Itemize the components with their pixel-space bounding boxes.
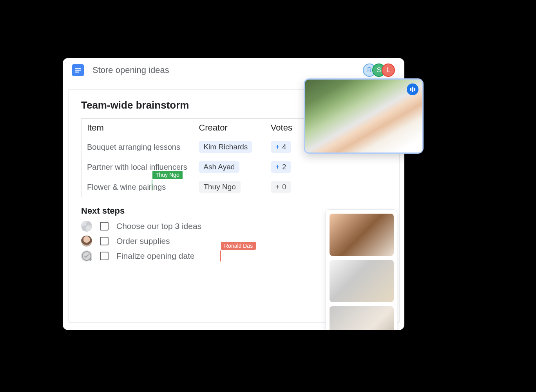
- col-creator: Creator: [193, 119, 265, 137]
- vote-chip[interactable]: +0: [271, 181, 291, 193]
- assignee-avatar[interactable]: [81, 236, 92, 247]
- collaborator-avatars: R S L: [363, 64, 395, 77]
- cell-creator: Ash Ayad: [193, 157, 265, 177]
- active-speaker-tile[interactable]: [304, 78, 424, 154]
- task-checkbox[interactable]: [100, 237, 109, 245]
- cell-item[interactable]: Flower & wine pairings Thuy Ngo: [81, 177, 193, 197]
- svg-point-6: [86, 225, 91, 231]
- task-checkbox[interactable]: [100, 222, 109, 230]
- plus-icon: +: [275, 143, 280, 151]
- task-label[interactable]: Order supplies: [116, 236, 170, 246]
- cell-votes: +2: [265, 157, 309, 177]
- creator-chip[interactable]: Ash Ayad: [199, 161, 239, 173]
- plus-icon: +: [275, 163, 280, 171]
- table-header-row: Item Creator Votes: [81, 119, 309, 137]
- ideas-table: Item Creator Votes Bouquet arranging les…: [81, 118, 309, 197]
- assign-task-icon[interactable]: [81, 250, 92, 261]
- speaking-indicator-icon: [407, 83, 418, 95]
- table-row: Partner with local influencers Ash Ayad …: [81, 157, 309, 177]
- svg-rect-2: [75, 71, 79, 72]
- cell-creator: Kim Richards: [193, 137, 265, 157]
- participant-tile[interactable]: [330, 260, 394, 302]
- col-votes: Votes: [265, 119, 309, 137]
- vote-count: 0: [282, 183, 286, 191]
- svg-rect-0: [75, 68, 81, 69]
- cell-votes: +4: [265, 137, 309, 157]
- task-checkbox[interactable]: [100, 252, 109, 260]
- cell-item-text: Flower & wine pairings: [87, 183, 166, 191]
- vote-chip[interactable]: +4: [271, 141, 291, 153]
- collaborator-avatar-l[interactable]: L: [382, 64, 395, 77]
- doc-title[interactable]: Store opening ideas: [92, 65, 363, 75]
- creator-chip[interactable]: Thuy Ngo: [199, 181, 240, 193]
- vote-count: 2: [282, 163, 286, 171]
- table-row: Bouquet arranging lessons Kim Richards +…: [81, 137, 309, 157]
- task-label[interactable]: Finalize opening date: [116, 251, 195, 261]
- plus-icon: +: [275, 183, 280, 191]
- creator-chip[interactable]: Kim Richards: [199, 141, 252, 153]
- participant-tile[interactable]: [330, 306, 394, 330]
- cell-creator: Thuy Ngo: [193, 177, 265, 197]
- vote-count: 4: [282, 143, 286, 151]
- table-row: Flower & wine pairings Thuy Ngo Thuy Ngo…: [81, 177, 309, 197]
- live-cursor-tag-ronald: Ronald Das: [221, 242, 256, 250]
- live-cursor-tag-thuy: Thuy Ngo: [152, 171, 183, 180]
- col-item: Item: [81, 119, 193, 137]
- live-cursor-caret-thuy: [152, 180, 152, 191]
- svg-rect-1: [75, 69, 81, 70]
- participant-tile[interactable]: [330, 214, 394, 256]
- vote-chip[interactable]: +2: [271, 161, 291, 173]
- cell-votes: +0: [265, 177, 309, 197]
- live-cursor-caret-ronald: [220, 250, 221, 261]
- meet-panel: [325, 209, 397, 330]
- task-label[interactable]: Choose our top 3 ideas: [116, 221, 201, 231]
- docs-icon[interactable]: [72, 64, 84, 76]
- assignee-avatar-group-icon[interactable]: [81, 221, 92, 232]
- cell-item[interactable]: Bouquet arranging lessons: [81, 137, 193, 157]
